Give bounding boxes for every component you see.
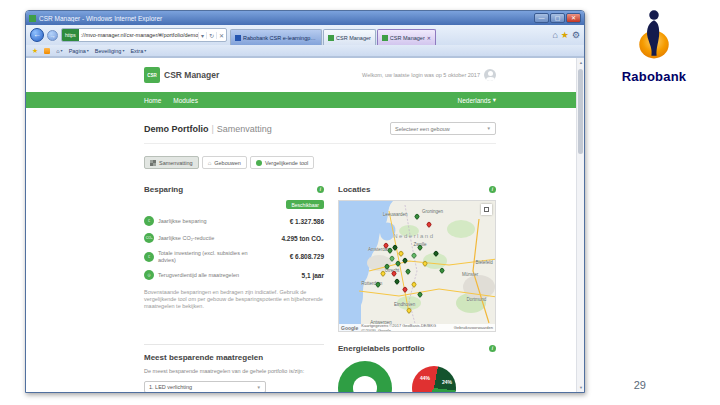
scroll-down-icon[interactable]: ▼ <box>577 383 584 392</box>
map-marker[interactable] <box>438 266 445 273</box>
map-marker[interactable] <box>410 281 417 288</box>
page-title: Demo Portfolio <box>144 124 209 134</box>
map-marker[interactable] <box>401 257 408 264</box>
map-marker-layer <box>339 201 495 331</box>
tab-close-icon[interactable]: ✕ <box>427 35 431 41</box>
browser-tab-elearning[interactable]: Rabobank CSR e-learningportaal <box>230 29 322 45</box>
vertical-scrollbar[interactable]: ▲ ▼ <box>576 58 584 392</box>
map-marker[interactable] <box>401 286 408 293</box>
favorites-bar-star-icon[interactable]: ★ <box>32 47 38 55</box>
language-selector[interactable]: Nederlands ▾ <box>457 96 496 104</box>
maximize-button[interactable]: ▢ <box>550 13 565 23</box>
command-bar: ★ ⌂ ▾ Pagina ▾ Beveiliging ▾ Extra ▾ <box>26 45 584 57</box>
map-marker[interactable] <box>384 263 391 270</box>
info-icon[interactable]: i <box>489 345 496 352</box>
page-subtitle: Samenvatting <box>217 124 272 134</box>
browser-window: CSR Manager - Windows Internet Explorer … <box>25 10 585 393</box>
slide: CSR Manager - Windows Internet Explorer … <box>0 0 720 405</box>
refresh-icon[interactable]: ↻ <box>206 32 216 39</box>
tab-favicon <box>235 35 241 41</box>
tab-favicon <box>328 35 334 41</box>
ev-certificate-badge: https <box>62 29 79 41</box>
map-marker[interactable] <box>395 260 402 267</box>
browser-tab-csr-manager-active[interactable]: CSR Manager ✕ <box>377 29 436 45</box>
map-marker[interactable] <box>374 281 381 288</box>
tab-vergelijkende-tool[interactable]: Vergelijkende tool <box>250 156 314 169</box>
close-button[interactable]: ✕ <box>566 13 581 23</box>
map-marker[interactable] <box>417 244 424 251</box>
map-marker[interactable] <box>417 291 424 298</box>
address-dropdown-icon[interactable]: ▾ <box>198 32 206 39</box>
map-marker[interactable] <box>390 270 397 277</box>
user-avatar-icon[interactable] <box>484 69 496 81</box>
investment-icon: € <box>144 252 154 262</box>
map-marker[interactable] <box>432 250 439 257</box>
bottom-row: Meest besparende maatregelen De meest be… <box>144 344 496 392</box>
metric-row: CO₂ Jaarlijkse CO₂-reductie 4.295 ton CO… <box>144 233 324 243</box>
maatregelen-text: De meest besparende maatregelen van de g… <box>144 368 324 375</box>
maatregelen-select[interactable]: 1. LED verlichting ▼ <box>144 381 266 392</box>
back-button[interactable]: ← <box>30 28 44 42</box>
site-nav: Home Modules Nederlands ▾ <box>26 92 576 108</box>
window-title: CSR Manager - Windows Internet Explorer <box>39 15 534 22</box>
clock-icon: ◷ <box>144 270 154 280</box>
menu-item-extra[interactable]: Extra ▾ <box>130 48 146 54</box>
tab-gebouwen[interactable]: ⌂ Gebouwen <box>202 156 247 169</box>
locations-map[interactable]: LeeuwardenGroningenZwolleAmsterdamNederl… <box>338 200 496 332</box>
map-terms-link[interactable]: Gebruiksvoorwaarden <box>454 325 493 330</box>
building-select[interactable]: Selecteer een gebouw ▼ <box>390 122 496 135</box>
info-icon[interactable]: i <box>489 186 496 193</box>
besparing-section: Besparing i Beschikbaar € Jaarlijkse bes… <box>144 185 324 332</box>
forward-button[interactable]: → <box>47 30 58 41</box>
address-bar[interactable]: https ://mvo-manager.nl/csr-manager/#/po… <box>61 28 227 42</box>
metric-row: € Jaarlijkse besparing € 1.327.586 <box>144 216 324 226</box>
rabobank-logo: Rabobank <box>608 6 700 84</box>
nav-item-home[interactable]: Home <box>144 97 161 104</box>
nav-item-modules[interactable]: Modules <box>173 97 198 104</box>
map-marker[interactable] <box>388 255 395 262</box>
summary-row: Besparing i Beschikbaar € Jaarlijkse bes… <box>144 185 496 332</box>
metric-row: ◷ Terugverdientijd alle maatregelen 5,1 … <box>144 270 324 280</box>
home-menu-button[interactable]: ⌂ ▾ <box>56 48 62 54</box>
browser-viewport: CSR CSR Manager Welkom, uw laatste login… <box>26 57 584 392</box>
browser-tab-csr-manager[interactable]: CSR Manager <box>323 29 376 45</box>
scroll-up-icon[interactable]: ▲ <box>577 58 584 67</box>
menu-item-beveiliging[interactable]: Beveiliging ▾ <box>95 48 125 54</box>
stop-icon[interactable]: ✕ <box>216 32 226 39</box>
favorites-star-icon[interactable]: ★ <box>561 31 569 40</box>
menu-item-pagina[interactable]: Pagina ▾ <box>69 48 89 54</box>
map-marker[interactable] <box>398 250 405 257</box>
url-text[interactable]: ://mvo-manager.nl/csr-manager/#/portfoli… <box>79 32 198 38</box>
google-logo: Google <box>341 325 358 331</box>
scrollbar-thumb[interactable] <box>578 69 583 154</box>
map-marker[interactable] <box>426 221 433 228</box>
map-marker[interactable] <box>406 307 413 314</box>
fullscreen-icon <box>484 207 489 212</box>
map-marker[interactable] <box>379 270 386 277</box>
map-attribution: Google Kaartgegevens ©2017 GeoBasis-DE/B… <box>339 324 495 331</box>
rss-feed-icon[interactable] <box>44 48 50 54</box>
info-icon[interactable]: i <box>317 186 324 193</box>
map-marker[interactable] <box>413 213 420 220</box>
browser-action-icons: ⌂ ★ ⚙ <box>552 31 580 40</box>
map-marker[interactable] <box>410 252 417 259</box>
energielabels-section: Energielabels portfolio i 44% 24% <box>338 344 496 392</box>
energielabels-charts: 44% 24% <box>338 361 496 392</box>
app-title: CSR Manager <box>164 70 219 80</box>
home-icon[interactable]: ⌂ <box>552 31 557 40</box>
view-tabs: Samenvatting ⌂ Gebouwen Vergelijkende to… <box>26 156 576 169</box>
map-fullscreen-button[interactable] <box>481 204 492 215</box>
minimize-button[interactable]: — <box>534 13 549 23</box>
locaties-title: Locaties <box>338 185 370 194</box>
window-titlebar[interactable]: CSR Manager - Windows Internet Explorer … <box>26 11 584 25</box>
energielabels-title: Energielabels portfolio <box>338 344 425 353</box>
tools-gear-icon[interactable]: ⚙ <box>572 31 580 40</box>
page-favicon <box>29 15 36 22</box>
map-marker[interactable] <box>393 278 400 285</box>
map-marker[interactable] <box>421 260 428 267</box>
map-marker[interactable] <box>404 268 411 275</box>
window-controls: — ▢ ✕ <box>534 13 581 23</box>
csr-manager-logo[interactable]: CSR <box>144 67 160 83</box>
tab-samenvatting[interactable]: Samenvatting <box>144 156 199 169</box>
maatregelen-section: Meest besparende maatregelen De meest be… <box>144 344 324 392</box>
